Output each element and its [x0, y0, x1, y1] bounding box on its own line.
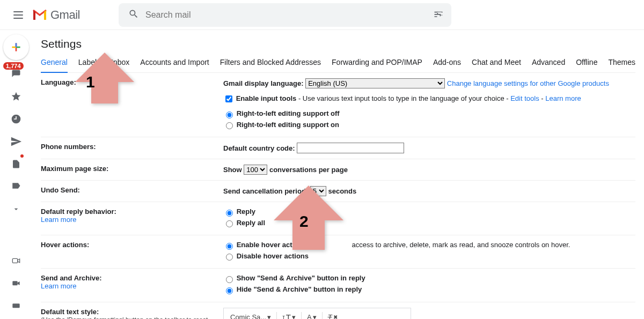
show-send-archive-radio[interactable]	[226, 276, 233, 283]
font-family-dropdown[interactable]: Comic Sa... ▾	[228, 312, 273, 320]
sidebar: 1,774	[0, 30, 32, 319]
plus-icon	[9, 40, 23, 54]
remove-format-x-icon: ✖	[333, 314, 338, 320]
rtl-off-label: Right-to-left editing support off	[237, 109, 340, 117]
undo-label: Undo Send:	[41, 186, 223, 196]
sidebar-label-icon[interactable]	[5, 178, 27, 195]
gmail-logo[interactable]: Gmail	[32, 8, 80, 22]
enable-input-tools-desc: - Use various text input tools to type i…	[296, 94, 510, 102]
language-label: Language:	[41, 78, 223, 131]
send-archive-label: Send and Archive:	[41, 274, 102, 282]
drafts-dot-icon	[20, 154, 24, 158]
sidebar-more-icon[interactable]	[5, 201, 27, 218]
rtl-on-label: Right-to-left editing support on	[237, 121, 339, 129]
search-bar[interactable]	[119, 3, 451, 27]
rtl-off-radio[interactable]	[226, 112, 233, 118]
tab-inbox[interactable]: Inbox	[111, 58, 129, 72]
send-archive-learn-more-link[interactable]: Learn more	[41, 282, 76, 290]
reply-label: Default reply behavior:	[41, 207, 116, 216]
inbox-badge: 1,774	[3, 62, 24, 70]
gmail-logo-text: Gmail	[50, 8, 80, 22]
search-input[interactable]	[144, 10, 433, 20]
sidebar-keyboard-icon[interactable]	[5, 298, 27, 315]
svg-rect-1	[12, 281, 17, 285]
max-page-tail: conversations per page	[269, 166, 348, 174]
remove-formatting-button[interactable]: T✖	[326, 312, 340, 320]
search-icon	[128, 9, 139, 21]
sidebar-drafts-icon[interactable]	[5, 155, 27, 173]
text-style-box: Comic Sa... ▾ тT ▾ A ▾ T✖ This is what y…	[223, 308, 411, 320]
reply-opt1: Reply	[237, 207, 255, 216]
text-color-icon: A	[307, 313, 312, 320]
reply-learn-more-link[interactable]: Learn more	[41, 216, 76, 224]
undo-period-select[interactable]: 5	[310, 186, 326, 196]
tab-offline[interactable]: Offline	[576, 58, 597, 72]
text-style-sub: (Use the 'Remove formatting' button on t…	[41, 316, 208, 320]
caret-down-icon: ▾	[313, 313, 317, 320]
tab-advanced[interactable]: Advanced	[532, 58, 565, 72]
reply-all-radio[interactable]	[226, 220, 233, 227]
enable-input-tools-label: Enable input tools	[236, 94, 297, 102]
hide-send-archive-radio[interactable]	[226, 287, 233, 294]
hover-label: Hover actions:	[41, 241, 223, 263]
sidebar-snoozed-icon[interactable]	[5, 110, 27, 128]
hover-opt1-lead: Enable hover acti	[237, 241, 295, 249]
tab-add-ons[interactable]: Add-ons	[433, 58, 461, 72]
tab-chat-and-meet[interactable]: Chat and Meet	[472, 58, 521, 72]
text-color-dropdown[interactable]: A ▾	[305, 312, 319, 320]
tab-accounts-and-import[interactable]: Accounts and Import	[140, 58, 209, 72]
tab-forwarding-and-pop-imap[interactable]: Forwarding and POP/IMAP	[332, 58, 422, 72]
sidebar-starred-icon[interactable]	[5, 88, 27, 105]
text-size-big-icon: T	[286, 313, 291, 320]
font-size-dropdown[interactable]: тT ▾	[280, 311, 298, 320]
reply-opt2: Reply all	[237, 219, 265, 227]
tab-filters-and-blocked-addresses[interactable]: Filters and Blocked Addresses	[220, 58, 321, 72]
undo-tail: seconds	[328, 187, 356, 195]
hover-opt2: Disable hover actions	[237, 252, 309, 260]
text-size-icon: т	[282, 314, 285, 320]
default-cc-input[interactable]	[297, 143, 404, 153]
tab-labels[interactable]: Labels	[78, 58, 100, 72]
tab-general[interactable]: General	[41, 58, 68, 73]
sidebar-meet-icon[interactable]	[5, 253, 27, 270]
edit-tools-link[interactable]: Edit tools	[510, 94, 539, 102]
max-page-label: Maximum page size:	[41, 165, 223, 175]
rtl-on-radio[interactable]	[226, 122, 233, 129]
page-size-select[interactable]: 100	[244, 165, 267, 175]
enable-input-tools-checkbox[interactable]	[225, 95, 232, 102]
text-style-label: Default text style:	[41, 308, 99, 316]
disable-hover-radio[interactable]	[226, 254, 233, 261]
default-cc-label: Default country code:	[223, 144, 295, 152]
hamburger-icon	[13, 11, 23, 19]
caret-down-icon: ▾	[267, 313, 271, 320]
reply-radio[interactable]	[226, 210, 233, 217]
phone-label: Phone numbers:	[41, 143, 223, 153]
sa-opt1: Show "Send & Archive" button in reply	[237, 274, 365, 282]
font-name-text: Comic Sa...	[230, 313, 266, 320]
enable-hover-radio[interactable]	[226, 243, 233, 250]
remove-format-icon: T	[328, 313, 332, 320]
page-title: Settings	[41, 38, 635, 50]
display-language-label: Gmail display language:	[223, 79, 304, 87]
sa-opt2: Hide "Send & Archive" button in reply	[237, 285, 362, 293]
tab-themes[interactable]: Themes	[608, 58, 635, 72]
display-language-select[interactable]: English (US)	[305, 78, 445, 88]
sidebar-meet-new-icon[interactable]	[5, 275, 27, 292]
undo-lead: Send cancellation period:	[223, 187, 308, 195]
svg-rect-2	[12, 303, 19, 308]
max-page-show: Show	[223, 166, 242, 174]
dash-sep: -	[539, 94, 546, 102]
search-options-icon[interactable]	[433, 9, 444, 21]
input-tools-learn-more-link[interactable]: Learn more	[545, 94, 581, 102]
svg-rect-0	[12, 258, 17, 263]
gmail-logo-icon	[32, 9, 47, 21]
caret-down-icon: ▾	[292, 313, 296, 320]
settings-tabs: GeneralLabelsInboxAccounts and ImportFil…	[41, 58, 635, 73]
change-language-link[interactable]: Change language settings for other Googl…	[447, 79, 609, 87]
sidebar-sent-icon[interactable]	[5, 133, 27, 150]
compose-button[interactable]	[3, 34, 29, 60]
main-menu-button[interactable]	[6, 3, 30, 27]
hover-opt1-tail: access to archive, delete, mark as read,…	[352, 241, 570, 249]
